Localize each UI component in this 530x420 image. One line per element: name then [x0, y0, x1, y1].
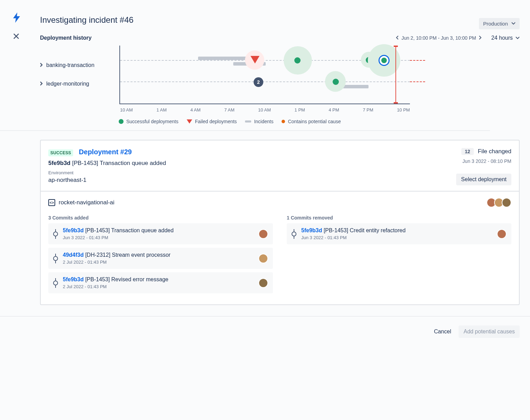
avatar [258, 278, 268, 288]
add-potential-causes-button: Add potential causes [459, 325, 520, 338]
timeline-ticks: 10 AM 1 AM 4 AM 7 AM 10 AM 1 PM 4 PM 7 P… [120, 107, 410, 113]
file-count-chip: 12 [461, 148, 474, 155]
environment-select[interactable]: Production [479, 18, 520, 29]
commit-date: Jun 3 2022 - 01:43 PM [63, 235, 254, 240]
chevron-right-icon [40, 81, 43, 87]
row-line-extend [410, 81, 425, 82]
deployment-link[interactable]: Deployment #29 [79, 148, 132, 156]
commit-hash-link[interactable]: 5fe9b3d [63, 227, 84, 233]
time-window-select[interactable]: 24 hours [491, 35, 520, 41]
repo-icon: <> [48, 199, 55, 206]
commit-date: 2 Jul 2022 - 01:43 PM [63, 260, 254, 265]
commit-hash-link[interactable]: 5fe9b3d [63, 276, 84, 282]
service-name: banking-transaction [46, 62, 95, 68]
repo-name[interactable]: <> rocket-navigational-ai [48, 199, 115, 206]
close-icon[interactable] [12, 32, 21, 41]
environment-label: Environment [48, 170, 166, 175]
commit-item[interactable]: 5fe9b3d [PB-1453] Revised error message … [48, 272, 273, 293]
file-changed: 12 File changed [456, 148, 511, 155]
commits-added-heading: 3 Commits added [48, 215, 273, 221]
commit-hash-link[interactable]: 49d4f3d [63, 252, 84, 258]
row-line-extend [410, 60, 425, 61]
commit-node-icon [292, 232, 296, 236]
commit-node-icon [53, 256, 58, 261]
avatar [502, 198, 511, 207]
commit-date: 2 Jul 2022 - 01:43 PM [63, 284, 254, 289]
legend-failed: Failed deployments [187, 119, 237, 124]
prev-range-icon[interactable] [395, 35, 399, 41]
date-range-selector[interactable]: Jun 2, 10:00 PM - Jun 3, 10:00 PM [395, 35, 482, 41]
successful-deployment-icon [381, 58, 387, 63]
page-title: Investigating incident #46 [40, 15, 134, 25]
legend-potential: Contains potential cause [282, 119, 341, 124]
environment-value: ap-northeast-1 [48, 177, 166, 184]
commit-summary: 5fe9b3d [PB-1453] Transaction queue adde… [48, 160, 166, 167]
date-range-text: Jun 2, 10:00 PM - Jun 3, 10:00 PM [401, 35, 476, 41]
commit-date: Jun 3 2022 - 01:43 PM [301, 235, 492, 240]
commits-removed-heading: 1 Commits removed [287, 215, 511, 221]
next-range-icon[interactable] [478, 35, 482, 41]
avatar [258, 254, 268, 263]
commit-node-icon [53, 232, 58, 236]
chevron-right-icon [40, 62, 43, 68]
select-deployment-button[interactable]: Select deployment [456, 174, 511, 185]
deployment-date: Jun 3 2022 - 08:10 PM [456, 158, 511, 164]
commit-item[interactable]: 5fe9b3d [PB-1453] Credit entity refactor… [287, 223, 511, 244]
chevron-down-icon [511, 22, 516, 25]
logo-icon [12, 12, 21, 24]
successful-deployment-icon[interactable] [294, 57, 301, 64]
service-name: ledger-monitoring [46, 81, 89, 87]
deployment-history-label: Deployment history [40, 35, 91, 41]
avatar [258, 229, 268, 239]
divider [0, 130, 490, 131]
legend-success: Successful deployments [119, 119, 178, 124]
commit-hash-link[interactable]: 5fe9b3d [301, 227, 322, 233]
failed-deployment-icon[interactable] [251, 56, 259, 65]
status-badge: SUCCESS [48, 149, 73, 156]
chevron-down-icon [516, 37, 520, 39]
row-line [120, 81, 410, 82]
service-row-banking[interactable]: banking-transaction [40, 62, 95, 68]
commit-item[interactable]: 49d4f3d [DH-2312] Stream event processor… [48, 248, 273, 269]
avatar-stack[interactable] [489, 198, 511, 207]
now-marker [395, 46, 396, 104]
cluster-badge[interactable]: 2 [254, 77, 263, 87]
legend-incidents: Incidents [245, 119, 273, 124]
avatar [497, 229, 507, 239]
commit-node-icon [53, 281, 58, 285]
time-window-value: 24 hours [491, 35, 513, 41]
commit-item[interactable]: 5fe9b3d [PB-1453] Transaction queue adde… [48, 223, 273, 244]
environment-value: Production [483, 21, 508, 27]
successful-deployment-icon[interactable] [333, 79, 339, 85]
service-row-ledger[interactable]: ledger-monitoring [40, 81, 95, 87]
deployment-card: SUCCESS Deployment #29 5fe9b3d [PB-1453]… [40, 140, 520, 305]
timeline-chart[interactable]: 2 10 AM 1 AM 4 AM 7 AM 10 AM 1 PM 4 PM 7… [119, 46, 410, 104]
cancel-button[interactable]: Cancel [434, 329, 451, 335]
